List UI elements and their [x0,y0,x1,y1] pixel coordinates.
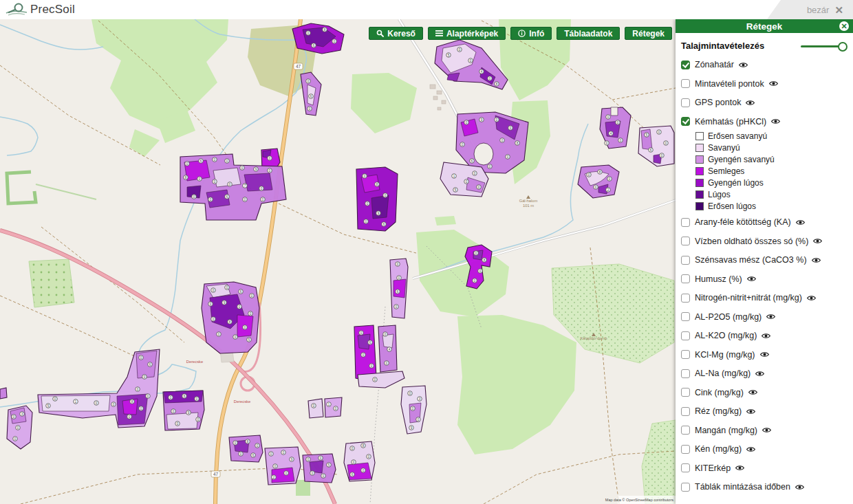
sample-marker-label: 0 [501,139,504,142]
layer-row: AL-P2O5 (mg/kg) [681,312,846,322]
sample-marker-label: 6 [369,341,371,344]
toolbar-button-táblaadatok[interactable]: Táblaadatok [557,27,620,40]
sample-marker-label: 0 [588,173,590,177]
eye-icon[interactable] [812,257,821,263]
legend-label: Erősen lúgos [708,201,756,211]
sample-marker-label: 6 [200,160,202,163]
layer-checkbox[interactable] [681,483,690,492]
map-base [0,19,676,504]
toolbar-button-kereső[interactable]: Kereső [369,27,423,40]
toolbar-button-infó[interactable]: Infó [510,27,552,40]
layer-checkbox[interactable] [681,350,690,359]
eye-icon[interactable] [766,314,775,320]
eye-icon[interactable] [746,100,755,106]
layer-label: Cink (mg/kg) [695,388,744,397]
layer-checkbox[interactable] [681,407,690,416]
eye-icon[interactable] [748,389,757,395]
layer-checkbox[interactable] [681,331,690,340]
layer-checkbox[interactable] [681,218,690,227]
eye-icon[interactable] [746,446,755,452]
layer-label: Kémhatás (pHKCl) [695,117,766,127]
toolbar-button-rétegek[interactable]: Rétegek [625,27,672,40]
sample-marker-label: 8 [496,83,498,86]
eye-icon[interactable] [796,219,805,226]
sample-marker-label: 0 [510,127,512,130]
legend-swatch [695,190,704,199]
layer-checkbox[interactable] [681,256,690,265]
sample-marker-label: 6 [310,95,312,98]
layer-checkbox[interactable] [681,463,690,472]
sample-marker-label: 0 [396,305,398,309]
layer-checkbox[interactable] [681,445,690,454]
layer-checkbox[interactable] [681,117,690,126]
sample-marker-label: 1 [75,400,77,404]
sample-marker-label: 0 [617,121,619,124]
layer-checkbox[interactable] [681,274,690,283]
layers-panel-close-icon[interactable]: ✕ [839,21,849,31]
sample-marker-label: 0 [199,177,201,181]
slider-handle[interactable] [838,42,847,52]
legend-row: Gyengén lúgos [695,178,846,187]
layer-checkbox[interactable] [681,294,690,303]
eye-icon[interactable] [735,465,744,471]
sample-marker-label: 9 [291,458,293,461]
eye-icon[interactable] [795,484,804,490]
sample-marker-label: 3 [419,397,421,401]
legend-swatch [695,132,704,140]
app-close-button[interactable]: bezár ✕ [767,0,853,19]
sample-marker-label: 0 [386,362,388,365]
layer-checkbox[interactable] [681,61,690,69]
toolbar-button-label: Infó [529,29,544,39]
toolbar-button-alaptérképek[interactable]: Alaptérképek [428,27,506,40]
layer-row: Kén (mg/kg) [681,444,846,454]
sample-marker-label: 9 [188,411,190,415]
sample-marker-label: 0 [235,336,237,339]
sample-marker-label: 0 [363,353,365,357]
svg-text:47: 47 [213,472,219,476]
sample-marker-label: 0 [606,142,608,145]
layers-panel-title: Rétegek [676,21,853,32]
eye-icon[interactable] [755,371,764,377]
layer-checkbox[interactable] [681,312,690,321]
legend-swatch [695,179,704,187]
sample-marker-label: 7 [244,184,246,188]
opacity-slider[interactable] [801,42,846,50]
layer-checkbox[interactable] [681,98,690,107]
sample-marker-label: 0 [334,40,336,43]
eye-icon[interactable] [739,62,748,68]
eye-icon[interactable] [807,295,816,301]
layer-checkbox[interactable] [681,388,690,397]
eye-icon[interactable] [769,80,778,87]
place-label: Derecske [186,360,203,364]
sample-marker-label: 8 [599,171,601,174]
layer-checkbox[interactable] [681,237,690,245]
layer-checkbox[interactable] [681,79,690,88]
layer-group-row: Talajmintavételezés [681,41,846,51]
sample-marker-label: 0 [307,458,310,461]
app-title: PrecSoil [30,3,75,17]
layer-checkbox[interactable] [681,369,690,378]
eye-icon[interactable] [746,408,755,415]
field [229,435,263,462]
sample-marker-label: 2 [273,476,275,479]
layer-row: AL-K2O (mg/kg) [681,331,846,340]
eye-icon[interactable] [747,276,756,282]
eye-icon[interactable] [771,118,780,124]
sample-marker-label: 0 [186,162,188,166]
map-canvas[interactable]: 0806060500408090080060010050080090600400… [0,19,676,504]
eye-icon[interactable] [813,238,822,244]
eye-icon[interactable] [762,427,771,433]
sample-marker-label: 0 [257,444,259,448]
sample-marker-label: 9 [481,118,483,122]
toolbar-button-label: Alaptérképek [446,29,498,39]
eye-icon[interactable] [762,333,770,339]
layer-checkbox[interactable] [681,426,690,435]
legend-swatch [695,167,704,175]
layer-label: Nitrogén-nitrit+nitrát (mg/kg) [695,293,802,303]
legend-swatch [695,155,704,164]
legend-label: Gyengén savanyú [708,155,775,164]
svg-text:47: 47 [296,64,301,69]
map-container[interactable]: 0806060500408090080060010050080090600400… [0,19,676,504]
eye-icon[interactable] [760,351,769,358]
sample-marker-label: 6 [352,473,354,476]
